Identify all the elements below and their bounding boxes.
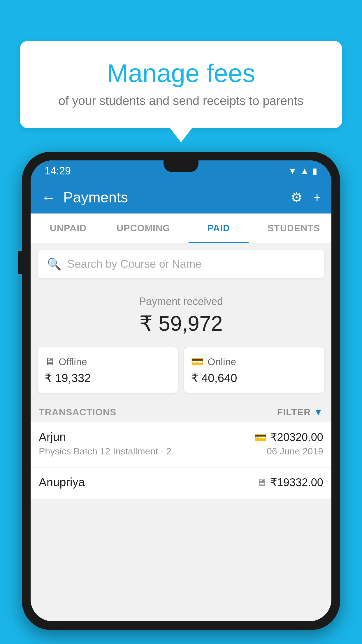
- phone-notch: [164, 160, 198, 172]
- offline-card-header: 🖥 Offline: [45, 356, 171, 368]
- transaction-item-2[interactable]: Anupriya 🖥 ₹19332.00: [31, 468, 331, 500]
- battery-icon: ▮: [312, 166, 317, 176]
- phone-screen: 14:29 ▼ ▲ ▮ ← Payments ⚙ + UNPAID: [31, 160, 331, 621]
- tabs: UNPAID UPCOMING PAID STUDENTS: [31, 214, 331, 243]
- search-bar[interactable]: 🔍 Search by Course or Name: [38, 250, 324, 278]
- transactions-header: TRANSACTIONS FILTER ▼: [31, 402, 331, 422]
- search-placeholder: Search by Course or Name: [67, 258, 201, 270]
- main-content: 🔍 Search by Course or Name Payment recei…: [31, 250, 331, 500]
- offline-icon: 🖥: [45, 356, 55, 368]
- settings-icon[interactable]: ⚙: [291, 190, 303, 205]
- transaction-payment-icon-2: 🖥: [257, 477, 267, 488]
- filter-label: FILTER: [277, 407, 311, 418]
- page-title: Payments: [63, 189, 291, 206]
- transaction-detail-1: Physics Batch 12 Installment - 2: [39, 446, 171, 457]
- transaction-name-1: Arjun: [39, 430, 66, 444]
- payment-cards: 🖥 Offline ₹ 19,332 💳 Online ₹ 40,640: [38, 347, 324, 393]
- transaction-detail-row-1: Physics Batch 12 Installment - 2 06 June…: [39, 446, 323, 457]
- transaction-amount-row-1: 💳 ₹20320.00: [254, 431, 324, 444]
- tab-paid[interactable]: PAID: [181, 214, 256, 243]
- transaction-amount-2: ₹19332.00: [270, 476, 324, 489]
- speech-bubble-container: Manage fees of your students and send re…: [20, 41, 342, 128]
- app-bar-actions: ⚙ +: [291, 190, 321, 205]
- status-time: 14:29: [45, 165, 71, 177]
- transaction-item[interactable]: Arjun 💳 ₹20320.00 Physics Batch 12 Insta…: [31, 422, 331, 468]
- offline-card: 🖥 Offline ₹ 19,332: [38, 347, 178, 393]
- payment-label: Payment received: [31, 295, 331, 308]
- tab-upcoming[interactable]: UPCOMING: [106, 214, 181, 243]
- transaction-payment-icon-1: 💳: [254, 431, 267, 443]
- phone-container: 14:29 ▼ ▲ ▮ ← Payments ⚙ + UNPAID: [22, 152, 340, 630]
- transaction-row-1: Arjun 💳 ₹20320.00: [39, 430, 323, 444]
- status-icons: ▼ ▲ ▮: [288, 166, 317, 176]
- signal-icon: ▲: [300, 166, 309, 176]
- offline-label: Offline: [59, 356, 87, 368]
- phone-frame: 14:29 ▼ ▲ ▮ ← Payments ⚙ + UNPAID: [22, 152, 340, 630]
- online-card: 💳 Online ₹ 40,640: [184, 347, 324, 393]
- online-label: Online: [208, 356, 236, 368]
- online-card-header: 💳 Online: [191, 356, 317, 368]
- transactions-label: TRANSACTIONS: [39, 407, 116, 418]
- app-bar: ← Payments ⚙ +: [31, 181, 331, 214]
- transaction-amount-1: ₹20320.00: [270, 431, 324, 444]
- add-icon[interactable]: +: [313, 190, 321, 205]
- tab-students[interactable]: STUDENTS: [256, 214, 331, 243]
- payment-received-section: Payment received ₹ 59,972: [31, 285, 331, 343]
- wifi-icon: ▼: [288, 166, 297, 176]
- transaction-amount-row-2: 🖥 ₹19332.00: [257, 476, 324, 489]
- speech-bubble: Manage fees of your students and send re…: [20, 41, 342, 128]
- transaction-name-2: Anupriya: [39, 476, 85, 489]
- filter-button[interactable]: FILTER ▼: [277, 407, 323, 418]
- payment-total-amount: ₹ 59,972: [31, 311, 331, 336]
- offline-amount: ₹ 19,332: [45, 371, 171, 385]
- speech-bubble-subtitle: of your students and send receipts to pa…: [43, 94, 319, 108]
- transaction-row-2: Anupriya 🖥 ₹19332.00: [39, 476, 323, 489]
- search-icon: 🔍: [47, 257, 61, 271]
- tab-unpaid[interactable]: UNPAID: [31, 214, 106, 243]
- speech-bubble-title: Manage fees: [43, 58, 319, 88]
- filter-icon: ▼: [314, 407, 323, 418]
- back-button[interactable]: ←: [41, 189, 56, 206]
- transaction-date-1: 06 June 2019: [267, 446, 323, 457]
- online-amount: ₹ 40,640: [191, 371, 317, 385]
- online-icon: 💳: [191, 356, 204, 368]
